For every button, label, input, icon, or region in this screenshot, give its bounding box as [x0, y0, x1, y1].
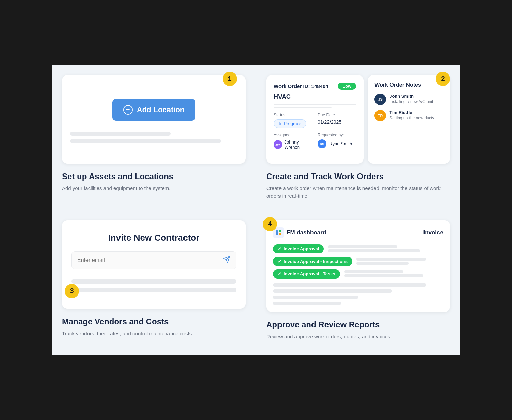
work-order-card: Work Order ID: 148404 Low HVAC Status In…	[266, 75, 364, 164]
note-item-1: JS John Smith Installing a new A/C unit	[374, 94, 443, 105]
vendors-subtitle: Track vendors, their rates, and control …	[62, 330, 246, 338]
checkmark-icon-2: ✓	[278, 259, 282, 264]
fm-invoice-label: Invoice	[423, 229, 443, 236]
note-avatar-tr: TR	[374, 110, 386, 121]
invoice-lines-2	[356, 258, 443, 265]
note-text-2: Setting up the new ductv...	[389, 116, 437, 120]
wo-duedate-field: Due Date 01/22/2025	[318, 113, 356, 128]
note-content-1: John Smith Installing a new A/C unit	[389, 94, 433, 105]
quadrant-assets: 1 + Add Location Set up Assets and Locat…	[52, 65, 256, 210]
invoice-rows: ✓ Invoice Approval ✓ Invoice Approval - …	[273, 244, 443, 279]
vendors-description: Manage Vendors and Costs Track vendors, …	[62, 309, 246, 338]
wo-header: Work Order ID: 148404 Low	[274, 83, 356, 90]
note-text-1: Installing a new A/C unit	[389, 99, 433, 104]
wo-requested-person: RS Ryan Smith	[318, 139, 356, 148]
vendors-card: Invite New Contractor	[62, 220, 246, 309]
assignee-name: Johnny Wrench	[285, 139, 313, 150]
wo-status-label: Status	[274, 113, 312, 117]
inv-line-2a	[356, 258, 426, 261]
fm-header: FM dashboard Invoice	[273, 227, 443, 238]
invoice-chip-1: ✓ Invoice Approval	[273, 244, 324, 253]
email-input-row[interactable]	[71, 251, 236, 269]
wo-row-status: Status In Progress Due Date 01/22/2025	[274, 113, 356, 128]
svg-rect-2	[279, 230, 281, 232]
wo-assignee: JW Johnny Wrench	[274, 139, 312, 150]
invoice-row-1: ✓ Invoice Approval	[273, 244, 443, 253]
placeholder-lines	[70, 132, 238, 143]
assets-title: Set up Assets and Locations	[62, 172, 246, 181]
wo-title: HVAC	[274, 93, 356, 100]
note-content-2: Tim Riddle Setting up the new ductv...	[389, 110, 437, 121]
invoice-row-2: ✓ Invoice Approval - Inspections	[273, 257, 443, 266]
reports-subtitle: Review and approve work orders, quotes, …	[266, 333, 450, 341]
q4-bot-line-2	[273, 289, 392, 293]
wo-duedate-label: Due Date	[318, 113, 356, 117]
wo-priority-badge: Low	[338, 83, 356, 90]
invoice-chip-3: ✓ Invoice Approval - Tasks	[273, 269, 340, 279]
placeholder-line-short	[70, 132, 171, 136]
invite-title: Invite New Contractor	[71, 233, 236, 243]
notes-title: Work Order Notes	[374, 82, 443, 88]
invoice-row-3: ✓ Invoice Approval - Tasks	[273, 269, 443, 279]
wo-divider-full	[274, 104, 356, 105]
step-badge-2: 2	[436, 72, 450, 86]
placeholder-line-full	[70, 139, 221, 143]
invoice-chip-2: ✓ Invoice Approval - Inspections	[273, 257, 352, 266]
add-location-button[interactable]: + Add Location	[112, 99, 196, 121]
reports-title: Approve and Review Reports	[266, 320, 450, 330]
fm-logo: FM dashboard	[273, 227, 326, 238]
fm-brand-label: FM dashboard	[287, 229, 326, 236]
reports-description: Approve and Review Reports Review and ap…	[266, 312, 450, 341]
q4-bot-line-3	[273, 296, 358, 299]
work-orders-subtitle: Create a work order when maintenance is …	[266, 185, 450, 200]
quadrant-work-orders: 2 Work Order ID: 148404 Low HVAC Status …	[256, 65, 460, 210]
q4-bot-line-4	[273, 302, 341, 305]
note-name-1: John Smith	[389, 94, 433, 99]
invoice-lines-1	[328, 245, 443, 252]
inv-line-1b	[328, 249, 420, 252]
inv-line-2b	[356, 262, 409, 265]
note-name-2: Tim Riddle	[389, 110, 437, 115]
wo-id: Work Order ID: 148404	[274, 83, 329, 89]
wo-duedate-value: 01/22/2025	[318, 119, 356, 125]
q4-bottom-lines	[273, 283, 443, 305]
vendor-line-2	[71, 288, 236, 292]
note-item-2: TR Tim Riddle Setting up the new ductv..…	[374, 110, 443, 121]
work-order-notes-card: Work Order Notes JS John Smith Installin…	[368, 75, 450, 164]
plus-icon: +	[123, 105, 133, 115]
checkmark-icon-3: ✓	[278, 271, 282, 276]
assets-subtitle: Add your facilities and equipment to the…	[62, 185, 246, 192]
assets-description: Set up Assets and Locations Add your fac…	[62, 164, 246, 192]
inv-line-3b	[344, 274, 423, 277]
quadrant-reports: 4 FM dashboard Invoice ✓	[256, 210, 460, 355]
wo-status-field: Status In Progress	[274, 113, 312, 128]
work-order-inner: Work Order ID: 148404 Low HVAC Status In…	[266, 75, 450, 164]
reports-card: FM dashboard Invoice ✓ Invoice Approval	[266, 220, 450, 312]
q4-bot-line-1	[273, 283, 426, 287]
wo-assignee-field: Assignee: JW Johnny Wrench	[274, 133, 312, 150]
email-input[interactable]	[77, 257, 223, 263]
wo-assignee-label: Assignee:	[274, 133, 312, 137]
wo-requested-label: Requested by:	[318, 133, 356, 137]
work-orders-description: Create and Track Work Orders Create a wo…	[266, 164, 450, 200]
step-badge-1: 1	[223, 72, 237, 86]
invoice-chip-label-1: Invoice Approval	[284, 246, 319, 251]
invoice-chip-label-3: Invoice Approval - Tasks	[284, 271, 335, 276]
assignee-avatar: JW	[274, 140, 282, 149]
vendor-placeholder-lines	[71, 279, 236, 292]
quadrant-vendors: 3 Invite New Contractor Manage Vendors a…	[52, 210, 256, 355]
note-avatar-js: JS	[374, 94, 386, 105]
checkmark-icon-1: ✓	[278, 246, 282, 251]
step-badge-4: 4	[263, 217, 277, 231]
wo-requested-field: Requested by: RS Ryan Smith	[318, 133, 356, 150]
requester-name: Ryan Smith	[329, 141, 352, 146]
wo-row-people: Assignee: JW Johnny Wrench Requested by:…	[274, 133, 356, 150]
requester-avatar: RS	[318, 139, 326, 148]
vendor-line-1	[71, 279, 236, 284]
assets-card: + Add Location	[62, 75, 246, 164]
send-icon[interactable]	[223, 256, 230, 265]
add-location-label: Add Location	[137, 105, 185, 114]
inv-line-3a	[344, 270, 404, 273]
step-badge-3: 3	[65, 284, 79, 298]
wo-status-value: In Progress	[274, 119, 306, 128]
